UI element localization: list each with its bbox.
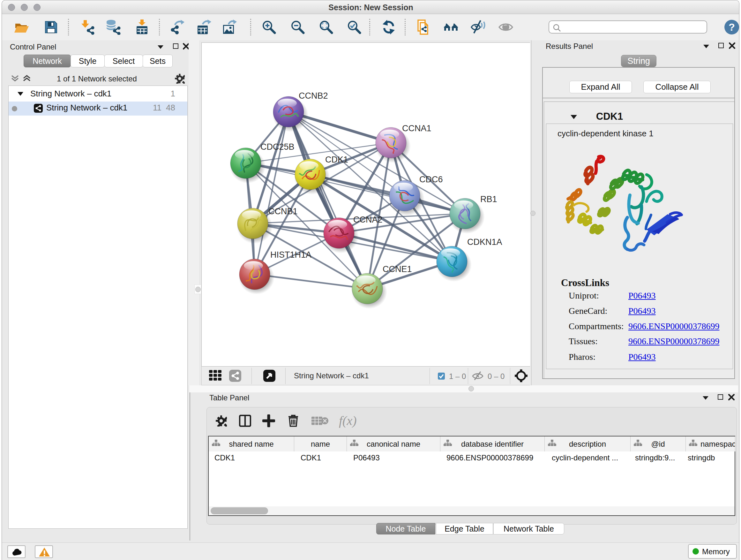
- svg-text:CDK1: CDK1: [325, 155, 348, 165]
- svg-text:CCNB2: CCNB2: [299, 91, 328, 101]
- svg-text:CDKN1A: CDKN1A: [467, 237, 502, 247]
- svg-text:RB1: RB1: [480, 194, 497, 204]
- svg-text:CDC25B: CDC25B: [260, 142, 294, 152]
- svg-text:CDC6: CDC6: [419, 175, 443, 184]
- svg-text:CCNA1: CCNA1: [402, 124, 431, 133]
- svg-text:CCNA2: CCNA2: [353, 215, 383, 225]
- svg-text:CCNB1: CCNB1: [268, 206, 298, 216]
- svg-text:HIST1H1A: HIST1H1A: [270, 250, 312, 260]
- svg-text:CCNE1: CCNE1: [383, 264, 412, 274]
